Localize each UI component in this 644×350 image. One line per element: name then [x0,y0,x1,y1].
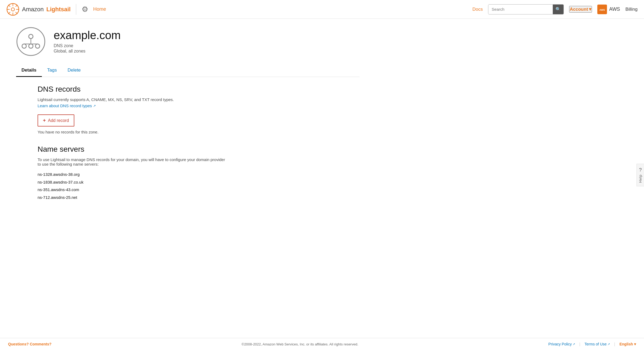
no-records-text: You have no records for this zone. [38,130,360,134]
resource-name: example.com [54,29,121,42]
aws-logo[interactable]: AWS AWS [597,5,620,14]
svg-point-14 [22,44,26,48]
name-servers-description: To use Lightsail to manage DNS records f… [38,157,225,166]
external-link-icon: ↗ [93,104,96,108]
header: Amazon Lightsail ⚙ Home Docs 🔍 Account ▾… [0,0,644,19]
name-server-1: ns-1328.awsdns-38.org [38,171,360,178]
svg-point-1 [11,8,14,11]
name-server-4: ns-712.awsdns-25.net [38,194,360,202]
name-servers-title: Name servers [38,145,360,154]
main-content: example.com DNS zone Global, all zones D… [0,19,376,209]
svg-point-16 [29,44,33,48]
dns-records-section: DNS records Lightsail currently supports… [38,85,360,134]
dns-records-title: DNS records [38,85,360,94]
billing-link[interactable]: Billing [625,7,638,12]
svg-text:AWS: AWS [599,9,605,11]
add-record-label: Add record [48,118,69,123]
add-record-button[interactable]: + Add record [38,114,74,126]
home-link[interactable]: Home [93,6,106,12]
name-servers-section: Name servers To use Lightsail to manage … [38,145,360,201]
help-sidebar[interactable]: ? Help [636,164,644,186]
name-server-3: ns-351.awsdns-43.com [38,186,360,194]
chevron-down-icon: ▾ [589,6,591,12]
search-input[interactable] [488,5,553,14]
resource-type: DNS zone [54,43,121,48]
content-area: DNS records Lightsail currently supports… [16,85,360,201]
name-server-2: ns-1838.awsdns-37.co.uk [38,178,360,186]
resource-scope: Global, all zones [54,49,121,54]
search-button[interactable]: 🔍 [553,5,564,14]
lightsail-logo-icon [6,3,19,16]
docs-link[interactable]: Docs [473,7,483,12]
logo-amazon: Amazon [22,6,44,13]
search-box: 🔍 [488,4,564,14]
aws-label: AWS [609,6,620,12]
header-right: Docs 🔍 Account ▾ AWS AWS Billing [473,4,638,14]
plus-icon: + [43,118,46,123]
tab-tags[interactable]: Tags [42,64,62,77]
logo-lightsail: Lightsail [46,6,71,13]
learn-dns-link[interactable]: Learn about DNS record types ↗ [38,103,96,108]
aws-box-icon: AWS [599,6,606,13]
resource-header: example.com DNS zone Global, all zones [16,27,360,56]
header-divider [76,4,76,15]
dns-records-description: Lightsail currently supports A, CNAME, M… [38,97,360,102]
dns-zone-icon [16,27,46,56]
account-button[interactable]: Account ▾ [569,6,592,13]
help-icon: ? [639,167,642,173]
svg-point-15 [35,44,40,48]
resource-info: example.com DNS zone Global, all zones [54,29,121,54]
tab-details[interactable]: Details [16,64,42,77]
aws-icon: AWS [597,5,607,14]
name-server-list: ns-1328.awsdns-38.org ns-1838.awsdns-37.… [38,171,360,201]
tab-delete[interactable]: Delete [62,64,86,77]
tabs: Details Tags Delete [16,64,360,77]
help-label: Help [638,174,642,183]
svg-point-13 [29,34,33,39]
logo-link[interactable]: Amazon Lightsail [6,3,71,16]
settings-icon[interactable]: ⚙ [82,5,88,14]
